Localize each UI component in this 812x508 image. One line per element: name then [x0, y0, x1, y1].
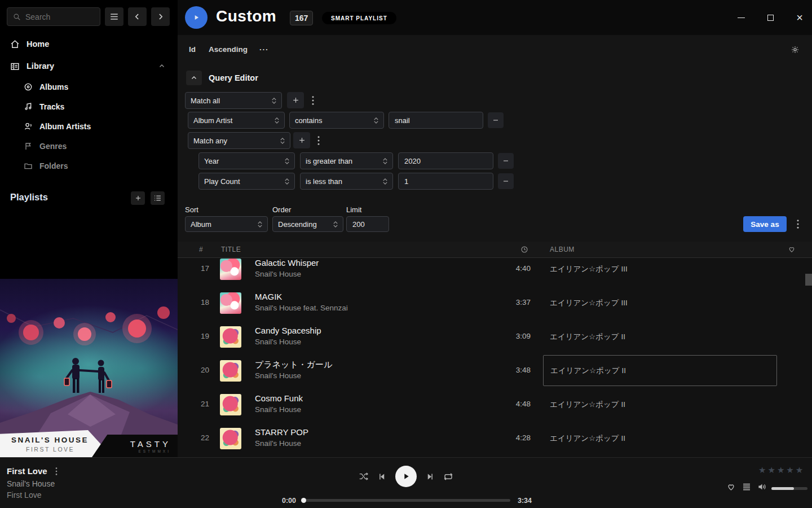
playlist-item[interactable] — [10, 224, 168, 238]
star-icon[interactable]: ★ — [758, 465, 766, 475]
sidebar-item-folders[interactable]: Folders — [0, 158, 178, 174]
now-playing-options-button[interactable] — [55, 467, 58, 475]
playlist-list-button[interactable] — [151, 191, 165, 205]
sidebar-item-albums[interactable]: Albums — [0, 79, 178, 95]
group-options-button[interactable] — [313, 132, 324, 148]
track-album-cell[interactable]: エイリアン☆ポップ III — [543, 253, 777, 284]
track-artist[interactable]: Snail's House — [255, 270, 301, 278]
remove-rule-button[interactable] — [488, 112, 504, 128]
search-input[interactable] — [7, 7, 100, 26]
remove-rule-button[interactable] — [498, 173, 514, 189]
table-row[interactable]: 22 STARRY POP Snail's House 4:28 エイリアン☆ポ… — [178, 422, 812, 456]
query-options-button[interactable] — [792, 216, 804, 232]
search-field[interactable] — [25, 12, 87, 21]
now-playing-title[interactable]: First Love — [7, 466, 47, 476]
track-title[interactable]: STARRY POP — [255, 427, 308, 437]
rule-field-select[interactable]: Play Count — [198, 173, 295, 190]
close-button[interactable]: × — [792, 10, 807, 25]
sidebar-item-album-artists[interactable]: Album Artists — [0, 119, 178, 134]
column-number[interactable]: # — [199, 246, 203, 253]
rule-field-select[interactable]: Album Artist — [188, 112, 285, 129]
track-album-cell[interactable]: エイリアン☆ポップ III — [543, 287, 777, 318]
more-options-chip[interactable]: ··· — [259, 45, 269, 54]
group-match-select[interactable]: Match all — [185, 92, 282, 109]
minimize-button[interactable] — [733, 10, 749, 25]
table-row[interactable]: 21 Cosmo Funk Snail's House 4:48 エイリアン☆ポ… — [178, 388, 812, 422]
save-as-button[interactable]: Save as — [743, 216, 787, 232]
volume-slider[interactable] — [771, 487, 807, 490]
track-album-cell[interactable]: エイリアン☆ポップ II — [543, 321, 777, 352]
track-title[interactable]: Candy Spaceship — [255, 326, 321, 335]
track-title[interactable]: Cosmo Funk — [255, 393, 303, 403]
rule-value-input[interactable]: 1 — [398, 173, 493, 190]
now-playing-album[interactable]: First Love — [7, 491, 41, 500]
playlist-item[interactable] — [10, 252, 168, 266]
track-title[interactable]: Galactic Whisper — [255, 258, 319, 268]
playlist-item[interactable] — [10, 238, 168, 252]
queue-icon[interactable] — [742, 483, 751, 491]
sidebar-item-tracks[interactable]: Tracks — [0, 99, 178, 115]
nav-forward-button[interactable] — [151, 7, 170, 26]
next-track-button[interactable] — [426, 472, 434, 481]
seek-bar[interactable] — [302, 499, 510, 502]
rating-stars[interactable]: ★★★★★ — [758, 465, 803, 475]
add-playlist-button[interactable] — [131, 191, 145, 205]
track-artist[interactable]: Snail's House — [255, 371, 301, 380]
add-rule-button[interactable] — [287, 92, 304, 108]
playlist-item[interactable] — [10, 210, 168, 224]
rule-field-select[interactable]: Year — [198, 152, 295, 169]
play-playlist-button[interactable] — [185, 6, 208, 29]
track-artist[interactable]: Snail's House — [255, 439, 301, 448]
maximize-button[interactable] — [762, 10, 778, 25]
previous-track-button[interactable] — [378, 472, 386, 481]
column-title[interactable]: TITLE — [221, 246, 241, 253]
rule-value-input[interactable]: snail — [389, 112, 483, 129]
sort-direction-chip[interactable]: Ascending — [209, 45, 248, 54]
star-icon[interactable]: ★ — [777, 465, 784, 475]
now-playing-cover-art[interactable]: SNAIL'S HOUSE FIRST LOVE TASTY ESTMMXI — [0, 279, 178, 457]
seek-bar-knob[interactable] — [301, 498, 306, 503]
repeat-button[interactable] — [443, 472, 453, 481]
track-artist[interactable]: Snail's House feat. Sennzai — [255, 304, 348, 312]
column-album[interactable]: ALBUM — [550, 246, 575, 253]
track-album-cell[interactable]: エイリアン☆ポップ II — [543, 423, 777, 454]
sort-field-chip[interactable]: Id — [189, 45, 196, 54]
group-match-select[interactable]: Match any — [188, 132, 290, 149]
table-row[interactable]: 19 Candy Spaceship Snail's House 3:09 エイ… — [178, 320, 812, 354]
rule-operator-select[interactable]: is less than — [300, 173, 393, 190]
now-playing-artist[interactable]: Snail's House — [7, 479, 55, 488]
star-icon[interactable]: ★ — [767, 465, 775, 475]
track-artist[interactable]: Snail's House — [255, 338, 301, 346]
duration-column-clock-icon[interactable] — [520, 246, 528, 253]
track-artist[interactable]: Snail's House — [255, 405, 301, 414]
table-row[interactable]: 20 プラネット・ガール Snail's House 3:48 エイリアン☆ポッ… — [178, 354, 812, 388]
rule-operator-select[interactable]: contains — [289, 112, 384, 129]
star-icon[interactable]: ★ — [786, 465, 793, 475]
favorite-column-heart-icon[interactable] — [788, 246, 796, 253]
rule-operator-select[interactable]: is greater than — [300, 152, 393, 169]
sort-select[interactable]: Album — [185, 216, 268, 232]
sidebar-item-home[interactable]: Home — [0, 36, 178, 52]
order-select[interactable]: Descending — [272, 216, 343, 232]
scrollbar-thumb[interactable] — [805, 274, 812, 286]
menu-button[interactable] — [105, 7, 123, 26]
nav-back-button[interactable] — [128, 7, 147, 26]
volume-icon[interactable] — [757, 483, 767, 491]
group-options-button[interactable] — [307, 92, 319, 108]
rule-value-input[interactable]: 2020 — [398, 152, 493, 169]
chevron-up-icon[interactable] — [158, 63, 165, 69]
gear-icon[interactable] — [791, 45, 800, 54]
limit-input[interactable]: 200 — [346, 216, 389, 232]
shuffle-button[interactable] — [359, 472, 369, 481]
sidebar-item-library[interactable]: Library — [0, 58, 178, 74]
remove-rule-button[interactable] — [498, 153, 514, 169]
sidebar-item-genres[interactable]: Genres — [0, 138, 178, 154]
track-title[interactable]: プラネット・ガール — [255, 360, 332, 370]
track-album-cell[interactable]: エイリアン☆ポップ II — [543, 389, 777, 420]
play-pause-button[interactable] — [395, 466, 417, 487]
track-album-cell[interactable]: エイリアン☆ポップ II — [543, 355, 777, 386]
favorite-heart-icon[interactable] — [726, 483, 736, 491]
star-icon[interactable]: ★ — [796, 465, 803, 475]
track-title[interactable]: MAGIK — [255, 292, 282, 301]
add-rule-button[interactable] — [293, 132, 310, 148]
